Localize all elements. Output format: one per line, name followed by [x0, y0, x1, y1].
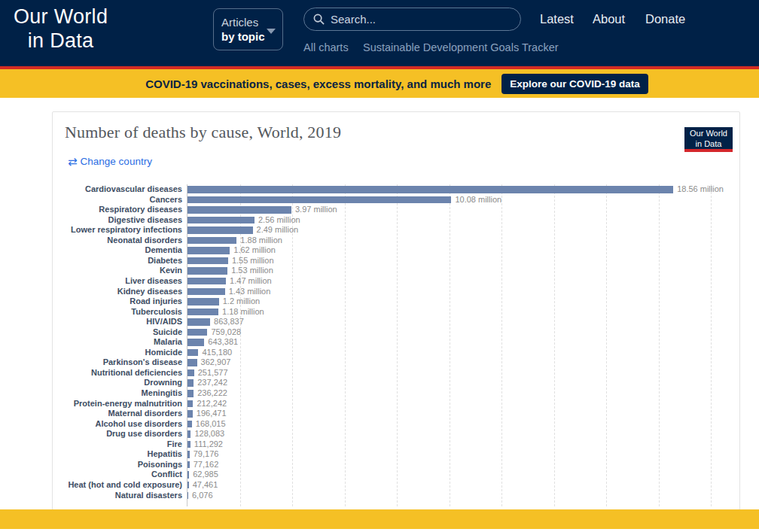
- bar-value: 863,837: [214, 317, 244, 327]
- bar[interactable]: [187, 206, 291, 214]
- chart-row: Malaria643,381: [53, 337, 739, 348]
- site-header: Our World in Data Articles by topic All …: [0, 0, 759, 66]
- bar[interactable]: [187, 471, 189, 479]
- bar[interactable]: [187, 451, 190, 458]
- bar[interactable]: [187, 309, 218, 316]
- site-logo[interactable]: Our World in Data: [14, 5, 108, 53]
- bar[interactable]: [187, 410, 193, 418]
- chart-title: Number of deaths by cause, World, 2019: [65, 123, 341, 142]
- articles-by-topic-button[interactable]: Articles by topic: [213, 8, 283, 50]
- bar[interactable]: [187, 400, 193, 408]
- bar[interactable]: [187, 267, 227, 275]
- site-logo-line2: in Data: [14, 29, 108, 53]
- bar-value: 1.53 million: [231, 266, 273, 275]
- bar-label: Liver diseases: [53, 276, 182, 286]
- bar[interactable]: [187, 186, 673, 193]
- bar-label: Diabetes: [53, 256, 182, 266]
- bar[interactable]: [187, 461, 190, 469]
- bar-label: Conflict: [53, 470, 182, 479]
- bar-label: Homicide: [53, 348, 182, 357]
- bar[interactable]: [187, 339, 204, 346]
- chevron-down-icon: [267, 29, 276, 34]
- bar[interactable]: [187, 237, 236, 245]
- bar-value: 47,461: [193, 480, 218, 490]
- bar-label: Respiratory diseases: [53, 205, 182, 214]
- bar[interactable]: [187, 217, 255, 224]
- owid-logo-badge[interactable]: Our World in Data: [684, 127, 733, 152]
- chart-row: Dementia1.62 million: [53, 245, 739, 256]
- bar[interactable]: [187, 430, 191, 438]
- bar[interactable]: [187, 359, 197, 366]
- bar-label: Drowning: [53, 378, 182, 388]
- chart-row: Fire111,292: [53, 439, 739, 450]
- bar-label: Suicide: [53, 327, 182, 337]
- bar[interactable]: [187, 421, 192, 428]
- bar-value: 251,577: [198, 368, 228, 378]
- bar[interactable]: [187, 329, 207, 336]
- site-logo-line1: Our World: [14, 5, 108, 29]
- bar-label: Drug use disorders: [53, 429, 182, 439]
- bar-value: 62,985: [193, 470, 218, 479]
- search-icon: [313, 14, 325, 25]
- bar-label: Parkinson's disease: [53, 357, 182, 367]
- bar[interactable]: [187, 318, 210, 326]
- bar[interactable]: [187, 441, 191, 448]
- bar[interactable]: [187, 482, 189, 489]
- bar-label: Kevin: [53, 266, 182, 275]
- bar[interactable]: [187, 278, 226, 285]
- bar-label: Dementia: [53, 245, 182, 255]
- bar[interactable]: [187, 492, 188, 500]
- bar[interactable]: [187, 247, 230, 254]
- bar-chart: Cardiovascular diseases18.56 millionCanc…: [53, 184, 739, 509]
- bar-value: 10.08 million: [455, 195, 501, 205]
- nav-about[interactable]: About: [593, 12, 625, 26]
- bar[interactable]: [187, 390, 194, 397]
- bar[interactable]: [187, 226, 253, 234]
- search-box[interactable]: [303, 8, 521, 31]
- explore-covid-data-button[interactable]: Explore our COVID-19 data: [501, 74, 648, 94]
- bar-value: 77,162: [194, 460, 219, 470]
- bar[interactable]: [187, 257, 228, 265]
- bar-value: 1.18 million: [222, 307, 264, 317]
- bar[interactable]: [187, 298, 219, 306]
- bar[interactable]: [187, 288, 225, 296]
- bar-label: Poisonings: [53, 460, 182, 470]
- chart-row: Lower respiratory infections2.49 million: [53, 225, 739, 236]
- bar[interactable]: [187, 369, 194, 377]
- bar-value: 643,381: [208, 337, 238, 347]
- bar-value: 128,083: [194, 429, 224, 439]
- nav-latest[interactable]: Latest: [540, 12, 574, 26]
- bar-label: Lower respiratory infections: [53, 225, 182, 235]
- chart-row: Drug use disorders128,083: [53, 429, 739, 439]
- chart-card: Number of deaths by cause, World, 2019 ⇄…: [52, 111, 740, 510]
- chart-row: Poisonings77,162: [53, 460, 739, 470]
- covid-banner-text: COVID-19 vaccinations, cases, excess mor…: [145, 78, 491, 90]
- chart-row: Digestive diseases2.56 million: [53, 215, 739, 226]
- bar-value: 1.43 million: [229, 287, 271, 296]
- bar[interactable]: [187, 349, 198, 357]
- chart-row: Natural disasters6,076: [53, 491, 739, 501]
- bar-value: 111,292: [194, 439, 223, 449]
- chart-row: Conflict62,985: [53, 470, 739, 480]
- chart-row: Liver diseases1.47 million: [53, 276, 739, 287]
- chart-row: Cancers10.08 million: [53, 195, 739, 205]
- nav-donate[interactable]: Donate: [645, 12, 685, 26]
- chart-row: Meningitis236,222: [53, 388, 739, 399]
- nav-sdg-tracker[interactable]: Sustainable Development Goals Tracker: [363, 41, 559, 53]
- nav-all-charts[interactable]: All charts: [303, 41, 349, 53]
- chart-row: Parkinson's disease362,907: [53, 357, 739, 368]
- bar-value: 79,176: [194, 449, 219, 459]
- bar[interactable]: [187, 379, 194, 387]
- bar-label: Maternal disorders: [53, 409, 182, 418]
- chart-row: Alcohol use disorders168,015: [53, 419, 739, 430]
- chart-row: Homicide415,180: [53, 348, 739, 358]
- bar-value: 18.56 million: [677, 184, 724, 194]
- bar-value: 1.62 million: [233, 245, 276, 255]
- bar-value: 759,028: [211, 327, 241, 337]
- bar[interactable]: [187, 196, 451, 204]
- bar-label: Nutritional deficiencies: [53, 368, 182, 378]
- chart-row: Tuberculosis1.18 million: [53, 307, 739, 318]
- search-input[interactable]: [331, 13, 511, 26]
- footer-strip: [0, 509, 759, 529]
- change-country-link[interactable]: ⇄ Change country: [68, 156, 152, 167]
